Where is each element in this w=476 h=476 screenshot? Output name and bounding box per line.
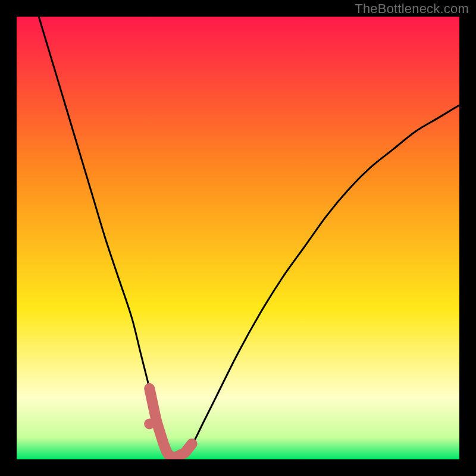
chart-frame <box>17 17 459 459</box>
gradient-background <box>17 17 459 459</box>
highlight-dot <box>144 418 155 429</box>
bottleneck-chart <box>17 17 459 459</box>
watermark-text: TheBottleneck.com <box>355 1 469 17</box>
